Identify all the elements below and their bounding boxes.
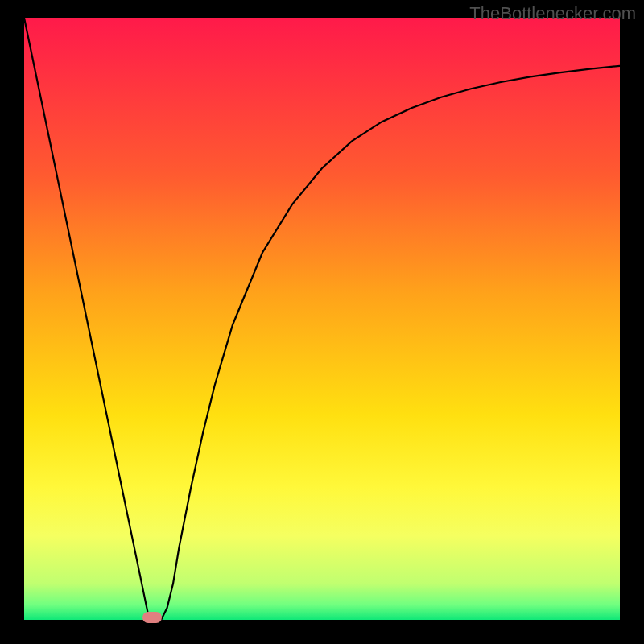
watermark-text: TheBottlenecker.com: [469, 3, 636, 24]
gradient-background: [24, 18, 620, 620]
minimum-marker: [142, 612, 162, 623]
chart-svg: [24, 18, 620, 620]
chart-container: TheBottlenecker.com: [0, 0, 644, 644]
plot-area: [24, 18, 620, 620]
